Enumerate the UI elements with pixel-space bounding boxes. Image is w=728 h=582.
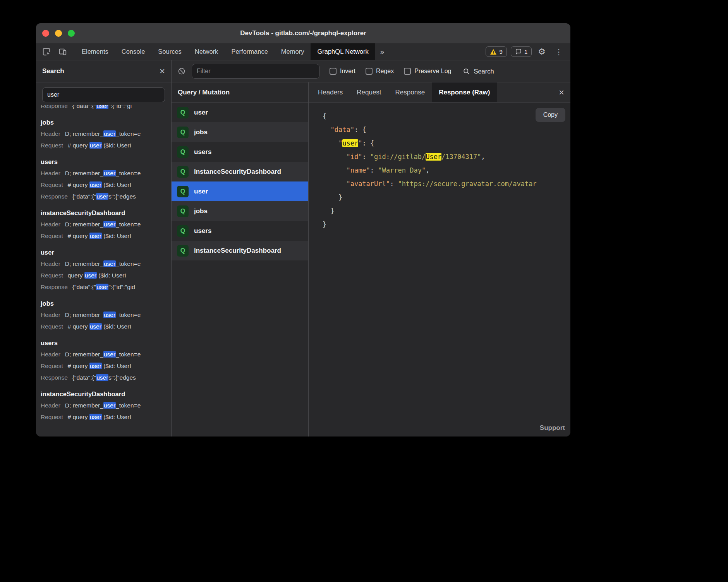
- search-result-line[interactable]: Response{"data":{"users":{"edges: [41, 191, 171, 202]
- devtools-tab-network[interactable]: Network: [188, 43, 225, 60]
- result-line-label: Header: [41, 312, 60, 318]
- search-result-line[interactable]: Request# query user ($id: UserI: [41, 321, 171, 332]
- detail-tab-request[interactable]: Request: [350, 82, 388, 102]
- query-type-badge: Q: [177, 146, 189, 158]
- query-type-badge: Q: [177, 205, 189, 217]
- filter-input[interactable]: [192, 64, 319, 79]
- result-line-label: Header: [41, 170, 60, 176]
- result-line-content: # query user ($id: UserI: [68, 142, 131, 149]
- search-result-section-title: user: [41, 248, 171, 257]
- toolbar-search-label: Search: [474, 68, 494, 75]
- zoom-window-button[interactable]: [68, 30, 75, 37]
- query-list-item-instancesecuritydashboard[interactable]: QinstanceSecurityDashboard: [172, 162, 308, 181]
- clear-requests-icon[interactable]: [178, 67, 185, 75]
- search-result-line[interactable]: HeaderD; remember_user_token=e: [41, 400, 171, 411]
- json-line: "avatarUrl": "https://secure.gravatar.co…: [323, 177, 570, 191]
- console-warnings-badge[interactable]: 9: [486, 46, 507, 57]
- close-search-panel-icon[interactable]: ×: [160, 67, 165, 76]
- search-panel: Search × Response{"data":{"user":{"id":"…: [36, 60, 172, 436]
- close-window-button[interactable]: [42, 30, 49, 37]
- query-list-item-users[interactable]: Qusers: [172, 142, 308, 162]
- result-line-label: Request: [41, 272, 63, 279]
- search-result-line[interactable]: HeaderD; remember_user_token=e: [41, 219, 171, 230]
- more-tabs-chevron[interactable]: »: [375, 43, 390, 60]
- devtools-tabbar: ElementsConsoleSourcesNetworkPerformance…: [36, 43, 570, 60]
- checkbox-invert[interactable]: Invert: [330, 68, 355, 75]
- result-line-content: D; remember_user_token=e: [65, 312, 141, 318]
- search-result-line[interactable]: Request# query user ($id: UserI: [41, 360, 171, 372]
- result-line-content: D; remember_user_token=e: [65, 351, 141, 358]
- search-result-line[interactable]: Request# query user ($id: UserI: [41, 411, 171, 423]
- query-list-item-user[interactable]: Quser: [172, 103, 308, 122]
- devtools-window: DevTools - gitlab.com/-/graphql-explorer…: [36, 23, 570, 436]
- search-input-wrap: [36, 82, 171, 105]
- search-result-line[interactable]: HeaderD; remember_user_token=e: [41, 258, 171, 270]
- query-list-item-jobs[interactable]: Qjobs: [172, 201, 308, 221]
- query-list-item-user[interactable]: Quser: [172, 181, 308, 201]
- detail-tab-response[interactable]: Response: [388, 82, 432, 102]
- devtools-tab-elements[interactable]: Elements: [75, 43, 115, 60]
- search-result-line[interactable]: HeaderD; remember_user_token=e: [41, 128, 171, 140]
- query-name: jobs: [194, 128, 208, 136]
- result-line-label: Header: [41, 260, 60, 267]
- checkbox-box-preserve-log[interactable]: [404, 68, 411, 75]
- checkbox-box-invert[interactable]: [330, 68, 337, 75]
- query-list: QuserQjobsQusersQinstanceSecurityDashboa…: [172, 103, 308, 436]
- query-type-badge: Q: [177, 186, 189, 197]
- query-list-item-jobs[interactable]: Qjobs: [172, 122, 308, 142]
- checkbox-box-regex[interactable]: [366, 68, 373, 75]
- minimize-window-button[interactable]: [55, 30, 62, 37]
- query-list-item-users[interactable]: Qusers: [172, 221, 308, 241]
- toolbar-search[interactable]: Search: [463, 68, 494, 75]
- console-messages-badge[interactable]: 1: [511, 46, 532, 57]
- checkbox-regex[interactable]: Regex: [366, 68, 394, 75]
- search-result-line[interactable]: HeaderD; remember_user_token=e: [41, 349, 171, 360]
- query-type-badge: Q: [177, 225, 189, 237]
- devtools-tab-sources[interactable]: Sources: [151, 43, 188, 60]
- devtools-tab-performance[interactable]: Performance: [225, 43, 274, 60]
- query-type-badge: Q: [177, 166, 189, 178]
- search-result-line[interactable]: HeaderD; remember_user_token=e: [41, 168, 171, 179]
- query-name: user: [194, 188, 208, 195]
- query-type-badge: Q: [177, 245, 189, 257]
- copy-button[interactable]: Copy: [536, 108, 565, 122]
- query-name: jobs: [194, 207, 208, 215]
- inspect-element-icon[interactable]: [38, 43, 55, 60]
- result-line-label: Response: [41, 374, 68, 381]
- support-link[interactable]: Support: [540, 424, 565, 432]
- result-line-content: D; remember_user_token=e: [65, 170, 141, 176]
- search-result-line[interactable]: Response{"data":{"user":{"id":"gi: [41, 105, 171, 112]
- search-result-line[interactable]: HeaderD; remember_user_token=e: [41, 309, 171, 321]
- query-name: users: [194, 148, 211, 156]
- traffic-lights: [42, 23, 75, 43]
- devtools-tab-console[interactable]: Console: [115, 43, 152, 60]
- search-result-line[interactable]: Request# query user ($id: UserI: [41, 140, 171, 151]
- devtools-tab-graphql-network[interactable]: GraphQL Network: [311, 43, 375, 60]
- search-result-line[interactable]: Requestquery user ($id: UserI: [41, 270, 171, 281]
- query-mutation-header: Query / Mutation: [172, 82, 308, 103]
- close-detail-icon[interactable]: ×: [553, 82, 570, 102]
- detail-tab-headers[interactable]: Headers: [311, 82, 350, 102]
- settings-gear-icon[interactable]: ⚙: [536, 47, 548, 56]
- detail-tab-response-raw[interactable]: Response (Raw): [432, 82, 497, 102]
- checkbox-preserve-log[interactable]: Preserve Log: [404, 68, 451, 75]
- search-result-line[interactable]: Response{"data":{"users":{"edges: [41, 372, 171, 383]
- search-input[interactable]: [42, 87, 165, 102]
- panes-row: Query / Mutation QuserQjobsQusersQinstan…: [172, 82, 570, 436]
- result-line-content: {"data":{"user":{"id":"gi: [72, 105, 132, 109]
- devtools-tab-memory[interactable]: Memory: [275, 43, 311, 60]
- device-toolbar-icon[interactable]: [55, 43, 71, 60]
- search-result-line[interactable]: Response{"data":{"user":{"id":"gid: [41, 281, 171, 293]
- warning-icon: [490, 49, 497, 55]
- response-raw-content: Copy { "data": { "user": { "id": "gid://…: [309, 103, 570, 436]
- message-count: 1: [524, 48, 527, 55]
- result-line-content: query user ($id: UserI: [68, 272, 126, 279]
- search-result-line[interactable]: Request# query user ($id: UserI: [41, 179, 171, 191]
- search-result-line[interactable]: Request# query user ($id: UserI: [41, 230, 171, 242]
- result-line-content: # query user ($id: UserI: [68, 414, 131, 420]
- query-list-item-instancesecuritydashboard[interactable]: QinstanceSecurityDashboard: [172, 241, 308, 260]
- result-line-label: Request: [41, 323, 63, 330]
- search-result-section-title: instanceSecurityDashboard: [41, 390, 171, 398]
- kebab-menu-icon[interactable]: ⋮: [552, 47, 566, 56]
- query-name: users: [194, 227, 211, 235]
